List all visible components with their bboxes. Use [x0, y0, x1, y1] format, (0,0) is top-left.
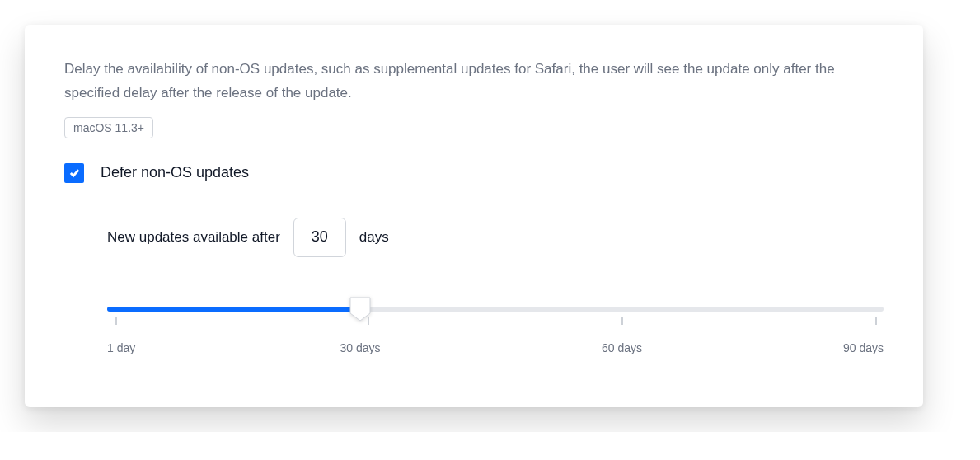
slider-tick — [116, 317, 117, 325]
slider-tick — [368, 317, 368, 325]
delay-days-input[interactable] — [293, 218, 346, 257]
slider-tick-label: 90 days — [843, 341, 884, 354]
check-icon — [68, 167, 81, 179]
slider-tick — [875, 317, 876, 325]
defer-checkbox[interactable] — [64, 163, 84, 183]
slider-fill — [107, 307, 360, 312]
delay-unit-label: days — [359, 229, 389, 246]
slider-labels: 1 day30 days60 days90 days — [107, 341, 884, 358]
slider-ticks — [107, 317, 884, 326]
delay-input-row: New updates available after days — [107, 218, 884, 257]
setting-description: Delay the availability of non-OS updates… — [64, 58, 884, 106]
slider-tick-label: 60 days — [602, 341, 642, 354]
defer-settings-group: New updates available after days 1 day30… — [64, 218, 884, 358]
slider-tick — [621, 317, 622, 325]
defer-checkbox-label: Defer non-OS updates — [101, 164, 249, 181]
slider-tick-label: 1 day — [107, 341, 135, 354]
slider-track — [107, 307, 884, 312]
defer-checkbox-row: Defer non-OS updates — [64, 163, 884, 183]
delay-slider[interactable]: 1 day30 days60 days90 days — [107, 307, 884, 358]
delay-prefix-label: New updates available after — [107, 229, 280, 246]
os-requirement-tag: macOS 11.3+ — [64, 117, 153, 138]
settings-card: Delay the availability of non-OS updates… — [25, 25, 923, 407]
slider-tick-label: 30 days — [340, 341, 381, 354]
